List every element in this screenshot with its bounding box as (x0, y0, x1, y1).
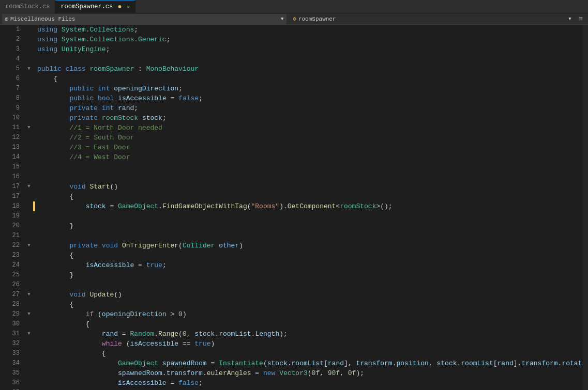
token: ( (122, 339, 130, 349)
line-number: 28 (0, 300, 20, 309)
token: stock (142, 113, 162, 123)
fold-button (25, 319, 33, 329)
line-number: 5 (0, 64, 20, 74)
token (138, 113, 142, 123)
code-line: spawnedRoom.transform.eulerAngles = new … (37, 368, 583, 378)
line-number: 3 (0, 44, 20, 54)
fold-button (25, 192, 33, 201)
token: ( (94, 309, 102, 319)
code-line: { (37, 300, 583, 309)
fold-button[interactable]: ▼ (25, 64, 33, 74)
token: void (69, 290, 85, 300)
code-line: //3 = East Door (37, 143, 583, 152)
fold-button (25, 113, 33, 123)
code-line (37, 211, 583, 221)
code-line: void Update() (37, 290, 583, 300)
token (98, 241, 102, 251)
fold-button (25, 378, 33, 388)
token: //1 = North Door needed (37, 123, 162, 133)
line-number: 10 (0, 113, 20, 123)
code-line (37, 231, 583, 241)
token: { (37, 349, 106, 358)
token: using (37, 44, 57, 54)
fold-button (25, 388, 33, 390)
line-number: 29 (0, 309, 20, 319)
token: Collider (183, 241, 215, 251)
code-line (37, 280, 583, 290)
token: ). (279, 201, 288, 211)
fold-button (25, 103, 33, 113)
code-line: //4 = West Door (37, 152, 583, 162)
line-number: 37 (0, 388, 20, 390)
fold-button (25, 280, 33, 290)
token (37, 84, 69, 93)
token: rand (328, 358, 344, 368)
token: FindGameObjectWithTag (162, 201, 247, 211)
token (37, 378, 118, 388)
tab-bar: roomStock.cs roomSpawner.cs ● ✕ (0, 0, 588, 13)
token: roomStock (340, 201, 376, 211)
line-number: 4 (0, 54, 20, 64)
token: = (134, 260, 146, 270)
token: > (167, 309, 178, 319)
token (86, 182, 90, 192)
token: == (178, 339, 194, 349)
token: stock (436, 358, 457, 368)
token: System.Collections.Generic (62, 35, 167, 44)
token: ( (178, 329, 183, 339)
token (37, 182, 69, 192)
fold-button[interactable]: ▼ (25, 290, 33, 300)
fold-button[interactable]: ▼ (25, 123, 33, 133)
token: public (69, 93, 94, 103)
token (37, 368, 118, 378)
toolbar-icon-1[interactable]: ≡ (579, 15, 583, 23)
fold-button[interactable]: ▼ (25, 329, 33, 339)
fold-button (25, 231, 33, 241)
fold-button[interactable]: ▼ (25, 241, 33, 251)
token (86, 64, 90, 74)
tab-roomstock[interactable]: roomStock.cs (0, 0, 55, 13)
token: while (102, 339, 122, 349)
token: using (37, 25, 57, 35)
code-line: if (openingDirection > 0) (37, 309, 583, 319)
file-selector-right[interactable]: ⚙ roomSpawner ▼ (288, 14, 574, 24)
code-content: using System.Collections;using System.Co… (35, 25, 588, 390)
code-line: void Start() (37, 182, 583, 192)
line-number: 26 (0, 280, 20, 290)
minimap (583, 25, 588, 390)
fold-button (25, 260, 33, 270)
token: Start (89, 182, 110, 192)
token: openingDirection (114, 84, 178, 93)
token: other (219, 241, 239, 251)
line-number: 11 (0, 123, 20, 133)
token: 0 (178, 309, 183, 319)
code-line: private void OnTriggerEnter(Collider oth… (37, 241, 583, 251)
token: { (37, 192, 73, 201)
code-line: using System.Collections; (37, 25, 583, 35)
token: true (146, 260, 162, 270)
file-selector-left[interactable]: ⊞ Miscellaneous Files ▼ (2, 14, 287, 24)
line-number: 23 (0, 251, 20, 260)
token: . (215, 329, 219, 339)
token: isAccessible (118, 93, 167, 103)
token: } (37, 270, 73, 280)
token (37, 241, 69, 251)
tab-roomspawner[interactable]: roomSpawner.cs ● ✕ (55, 0, 135, 13)
token (275, 368, 279, 378)
fold-button[interactable]: ▼ (25, 309, 33, 319)
line-number: 33 (0, 349, 20, 358)
token: ) (183, 309, 187, 319)
token (62, 64, 66, 74)
chevron-down-icon: ▼ (281, 17, 283, 22)
tab-close-button[interactable]: ✕ (127, 4, 130, 10)
line-number: 1 (0, 25, 20, 35)
token (37, 329, 102, 339)
token: 90f (328, 368, 340, 378)
fold-button[interactable]: ▼ (25, 182, 33, 192)
code-line (37, 172, 583, 182)
line-number: 22 (0, 241, 20, 251)
token: GetComponent (288, 201, 336, 211)
code-line: GameObject spawnedRoom = Instantiate(sto… (37, 358, 583, 368)
fold-button (25, 201, 33, 211)
token: Instantiate (219, 358, 263, 368)
